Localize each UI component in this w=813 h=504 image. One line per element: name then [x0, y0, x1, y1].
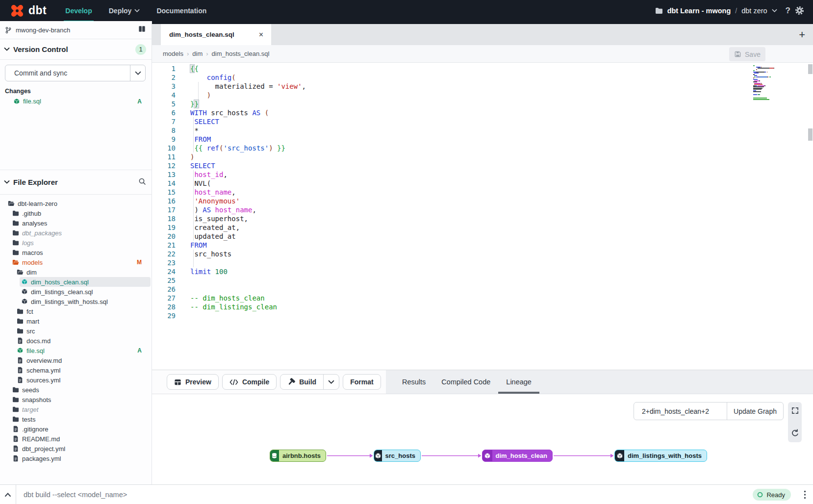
tree-item--gitignore[interactable]: .gitignore	[0, 424, 152, 434]
code-line[interactable]: 13 host_id,	[152, 170, 813, 179]
gear-icon[interactable]	[795, 6, 804, 15]
code-line[interactable]: 28-- dim_listings_clean	[152, 302, 813, 311]
code-line[interactable]: 21FROM	[152, 241, 813, 250]
close-icon[interactable]: ×	[259, 30, 263, 39]
editor-scrollbar[interactable]	[808, 63, 813, 370]
code-line[interactable]: 9 FROM	[152, 135, 813, 144]
code-line[interactable]: 3 materialized = 'view',	[152, 82, 813, 91]
tab-lineage[interactable]: Lineage	[498, 370, 539, 394]
code-line[interactable]: 8 *	[152, 126, 813, 135]
code-line[interactable]: 27-- dim_hosts_clean	[152, 294, 813, 302]
project-name[interactable]: dbt Learn - mwong	[667, 7, 731, 15]
version-control-header[interactable]: Version Control 1	[0, 39, 152, 60]
scrollbar-thumb[interactable]	[808, 64, 813, 74]
tree-item-analyses[interactable]: analyses	[0, 218, 152, 228]
code-line[interactable]: 5}}	[152, 100, 813, 108]
code-line[interactable]: 1{{	[152, 64, 813, 73]
code-line[interactable]: 26	[152, 285, 813, 294]
code-line[interactable]: 6WITH src_hosts AS (	[152, 108, 813, 117]
changed-file-row[interactable]: file.sql A	[0, 96, 152, 106]
tree-item-dbt-project-yml[interactable]: dbt_project.yml	[0, 444, 152, 454]
expand-command-bar-chevron[interactable]	[0, 485, 16, 504]
nav-deploy[interactable]: Deploy	[101, 0, 149, 21]
tree-item-dim-listings-with-hosts-sql[interactable]: dim_listings_with_hosts.sql	[0, 297, 152, 306]
lineage-node-dim-listings-with-hosts[interactable]: dim_listings_with_hosts	[614, 450, 707, 462]
code-line[interactable]: 25	[152, 276, 813, 285]
new-tab-button[interactable]: +	[799, 24, 805, 45]
tree-item-dbt-learn-zero[interactable]: dbt-learn-zero	[0, 199, 152, 208]
code-line[interactable]: 12SELECT	[152, 161, 813, 170]
tree-item-readme-md[interactable]: README.md	[0, 434, 152, 444]
dbt-logo[interactable]: dbt	[9, 3, 47, 19]
tree-item-overview-md[interactable]: overview.md	[0, 355, 152, 365]
tab-compiled-code[interactable]: Compiled Code	[433, 370, 498, 394]
tree-item-dim-hosts-clean-sql[interactable]: dim_hosts_clean.sql	[0, 277, 152, 287]
tree-item-macros[interactable]: macros	[0, 248, 152, 257]
commit-and-sync-button[interactable]: Commit and sync	[5, 65, 146, 81]
tree-item-dbt-packages[interactable]: dbt_packages	[0, 228, 152, 238]
code-line[interactable]: 7 SELECT	[152, 117, 813, 126]
tree-item-snapshots[interactable]: snapshots	[0, 395, 152, 404]
tree-item-dim-listings-clean-sql[interactable]: dim_listings_clean.sql	[0, 287, 152, 297]
environment-name[interactable]: dbt zero	[741, 7, 767, 15]
reset-icon[interactable]	[791, 429, 799, 437]
code-line[interactable]: 4 )	[152, 91, 813, 100]
breadcrumb-file[interactable]: dim_hosts_clean.sql	[212, 50, 270, 57]
minimap[interactable]	[753, 65, 783, 101]
command-input[interactable]: dbt build --select <model_name>	[24, 491, 127, 499]
compile-button[interactable]: Compile	[222, 374, 277, 390]
code-line[interactable]: 19 created_at,	[152, 223, 813, 232]
nav-develop[interactable]: Develop	[57, 0, 100, 21]
lineage-node-airbnb-hosts[interactable]: airbnb.hosts	[270, 450, 326, 462]
code-line[interactable]: 16 'Anonymous'	[152, 197, 813, 205]
code-line[interactable]: 17 ) AS host_name,	[152, 205, 813, 214]
tree-item-schema-yml[interactable]: schema.yml	[0, 365, 152, 375]
code-line[interactable]: 24limit 100	[152, 267, 813, 276]
code-line[interactable]: 10 {{ ref('src_hosts') }}	[152, 144, 813, 152]
tree-item-src[interactable]: src	[0, 326, 152, 336]
breadcrumb-dim[interactable]: dim	[192, 50, 203, 57]
tree-item-file-sql[interactable]: file.sqlA	[0, 346, 152, 355]
tree-item-tests[interactable]: tests	[0, 414, 152, 424]
tree-item-docs-md[interactable]: docs.md	[0, 336, 152, 346]
code-line[interactable]: 20 updated_at	[152, 232, 813, 241]
lineage-node-dim-hosts-clean[interactable]: dim_hosts_clean	[482, 450, 553, 462]
tree-item-fct[interactable]: fct	[0, 306, 152, 316]
nav-documentation[interactable]: Documentation	[148, 0, 215, 21]
tree-item-seeds[interactable]: seeds	[0, 385, 152, 395]
tab-results[interactable]: Results	[394, 370, 433, 394]
status-badge[interactable]: Ready	[753, 489, 791, 501]
lineage-node-src-hosts[interactable]: src_hosts	[374, 450, 421, 462]
file-explorer-header[interactable]: File Explorer	[0, 170, 152, 195]
code-line[interactable]: 15 host_name,	[152, 188, 813, 197]
preview-button[interactable]: Preview	[167, 374, 219, 390]
code-line[interactable]: 29	[152, 311, 813, 320]
tree-item-logs[interactable]: logs	[0, 238, 152, 248]
build-button[interactable]: Build	[280, 374, 339, 390]
breadcrumb-models[interactable]: models	[163, 50, 183, 57]
scrollbar-marker[interactable]	[808, 128, 813, 141]
search-icon[interactable]	[138, 177, 146, 187]
code-line[interactable]: 23	[152, 258, 813, 267]
environment-chevron-icon[interactable]	[772, 9, 777, 13]
code-line[interactable]: 2 config(	[152, 73, 813, 82]
branch-row[interactable]: mwong-dev-branch	[0, 21, 152, 39]
commit-options-chevron[interactable]	[130, 71, 145, 76]
tree-item-target[interactable]: target	[0, 404, 152, 414]
code-line[interactable]: 18 is_superhost,	[152, 214, 813, 223]
kebab-menu-icon[interactable]	[804, 490, 806, 501]
tree-item-packages-yml[interactable]: packages.yml	[0, 454, 152, 463]
update-graph-button[interactable]: Update Graph	[727, 407, 783, 415]
lineage-selector-input[interactable]: 2+dim_hosts_clean+2	[634, 407, 727, 415]
tree-item-models[interactable]: modelsM	[0, 257, 152, 267]
tree-item-sources-yml[interactable]: sources.yml	[0, 375, 152, 385]
format-button[interactable]: Format	[343, 374, 381, 390]
build-options-chevron[interactable]	[324, 380, 339, 384]
code-line[interactable]: 22 src_hosts	[152, 250, 813, 258]
split-panels-icon[interactable]	[138, 25, 146, 34]
save-button[interactable]: Save	[729, 47, 765, 61]
tab-dim-hosts-clean[interactable]: dim_hosts_clean.sql ×	[161, 24, 271, 45]
help-icon[interactable]: ?	[786, 6, 790, 16]
code-line[interactable]: 11)	[152, 152, 813, 161]
tree-item-mart[interactable]: mart	[0, 316, 152, 326]
